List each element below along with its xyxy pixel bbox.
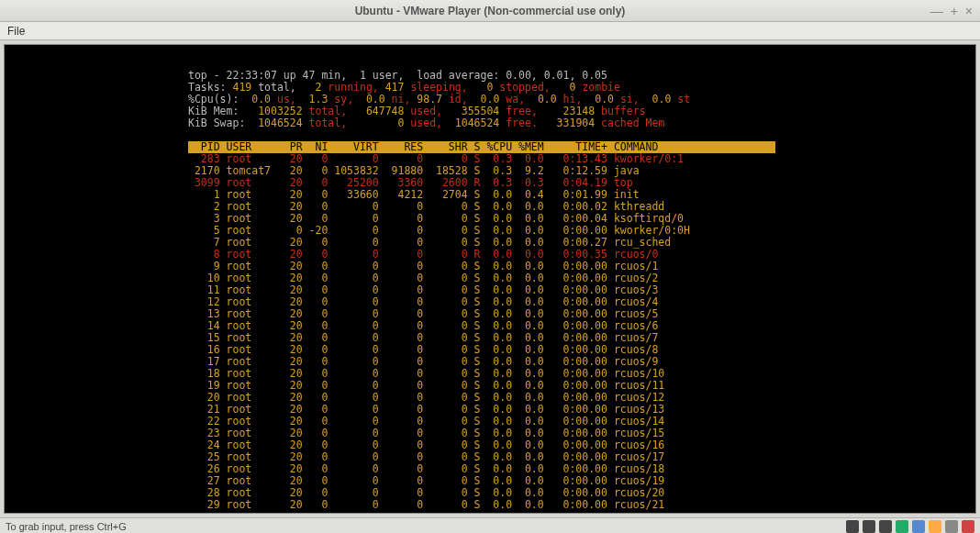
process-row: 8 root 20 0 0 0 0 R 0.0 0.0 0:00.35 rcuo… [188,248,658,261]
drive-icon[interactable] [846,520,859,533]
process-row: 7 root 20 0 0 0 0 S 0.0 0.0 0:00.27 rcu_… [188,236,671,249]
process-row: 2170 tomcat7 20 0 1053832 91880 18528 S … [188,164,640,177]
process-row: 23 root 20 0 0 0 0 S 0.0 0.0 0:00.00 rcu… [188,427,664,439]
window-title: Ubuntu - VMware Player (Non-commercial u… [355,5,626,17]
process-row: 18 root 20 0 0 0 0 S 0.0 0.0 0:00.00 rcu… [188,367,664,380]
minimize-icon[interactable]: — [930,4,943,18]
network-icon[interactable] [896,520,908,533]
process-row: 25 root 20 0 0 0 0 S 0.0 0.0 0:00.00 rcu… [188,450,664,463]
usb-icon[interactable] [912,520,925,533]
window-titlebar: Ubuntu - VMware Player (Non-commercial u… [0,0,980,22]
close-icon[interactable]: × [965,4,973,18]
process-row: 28 root 20 0 0 0 0 S 0.0 0.0 0:00.00 rcu… [188,486,664,499]
menu-bar: File [0,22,980,40]
status-text: To grab input, press Ctrl+G [6,521,127,532]
process-row: 3099 root 20 0 25200 3360 2600 R 0.3 0.3… [188,176,633,189]
process-row: 14 root 20 0 0 0 0 S 0.0 0.0 0:00.00 rcu… [188,319,658,332]
message-icon[interactable] [962,520,974,533]
floppy-icon[interactable] [879,520,892,533]
process-row: 21 root 20 0 0 0 0 S 0.0 0.0 0:00.00 rcu… [188,403,664,416]
menu-file[interactable]: File [7,25,25,38]
process-row: 283 root 20 0 0 0 0 S 0.3 0.0 0:13.43 kw… [188,152,684,165]
process-row: 16 root 20 0 0 0 0 S 0.0 0.0 0:00.00 rcu… [188,343,658,356]
process-row: 12 root 20 0 0 0 0 S 0.0 0.0 0:00.00 rcu… [188,295,658,308]
process-row: 19 root 20 0 0 0 0 S 0.0 0.0 0:00.00 rcu… [188,379,664,392]
process-row: 1 root 20 0 33660 4212 2704 S 0.0 0.4 0:… [188,188,640,201]
process-row: 15 root 20 0 0 0 0 S 0.0 0.0 0:00.00 rcu… [188,331,658,344]
printer-icon[interactable] [945,520,958,533]
process-row: 11 root 20 0 0 0 0 S 0.0 0.0 0:00.00 rcu… [188,283,658,296]
process-row: 9 root 20 0 0 0 0 S 0.0 0.0 0:00.00 rcuo… [188,260,658,272]
process-list: 283 root 20 0 0 0 0 S 0.3 0.0 0:13.43 kw… [188,152,690,511]
process-row: 13 root 20 0 0 0 0 S 0.0 0.0 0:00.00 rcu… [188,307,658,320]
process-row: 29 root 20 0 0 0 0 S 0.0 0.0 0:00.00 rcu… [188,498,664,511]
sound-icon[interactable] [929,520,941,533]
cdrom-icon[interactable] [863,520,875,533]
uptime-line: top - 22:33:07 up 47 min, 1 user, load a… [188,69,607,82]
process-row: 10 root 20 0 0 0 0 S 0.0 0.0 0:00.00 rcu… [188,272,658,284]
maximize-icon[interactable]: + [951,4,958,18]
process-row: 20 root 20 0 0 0 0 S 0.0 0.0 0:00.00 rcu… [188,391,664,404]
process-row: 26 root 20 0 0 0 0 S 0.0 0.0 0:00.00 rcu… [188,462,664,475]
process-row: 17 root 20 0 0 0 0 S 0.0 0.0 0:00.00 rcu… [188,355,658,368]
terminal-output[interactable]: top - 22:33:07 up 47 min, 1 user, load a… [4,44,976,514]
process-row: 27 root 20 0 0 0 0 S 0.0 0.0 0:00.00 rcu… [188,474,664,487]
process-row: 3 root 20 0 0 0 0 S 0.0 0.0 0:00.04 ksof… [188,212,684,225]
status-bar: To grab input, press Ctrl+G [0,517,980,533]
process-row: 22 root 20 0 0 0 0 S 0.0 0.0 0:00.00 rcu… [188,415,664,428]
process-row: 24 root 20 0 0 0 0 S 0.0 0.0 0:00.00 rcu… [188,439,664,451]
process-row: 5 root 0 -20 0 0 0 S 0.0 0.0 0:00.00 kwo… [188,224,690,237]
system-tray [846,520,974,533]
process-row: 2 root 20 0 0 0 0 S 0.0 0.0 0:00.02 kthr… [188,200,664,213]
